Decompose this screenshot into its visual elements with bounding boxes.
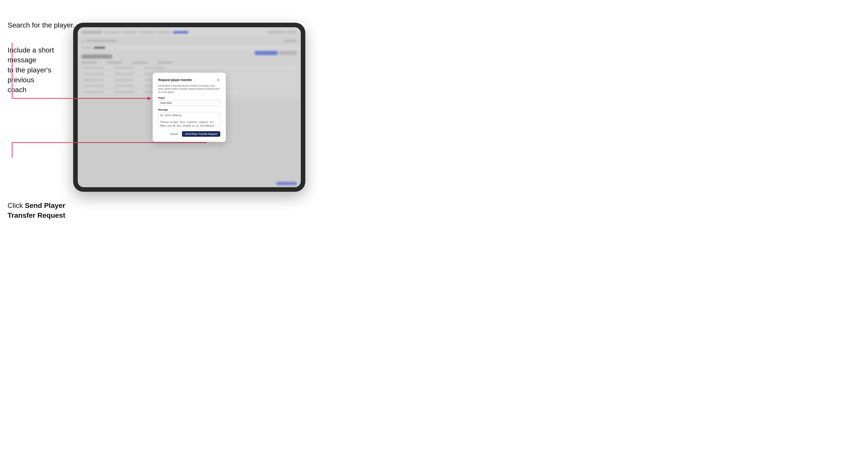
modal-description: If the player is transferring from anoth… xyxy=(158,84,220,94)
player-search-input[interactable] xyxy=(158,100,220,106)
transfer-request-modal: Request player transfer ✕ If the player … xyxy=(153,73,226,142)
tablet-screen: Request player transfer ✕ If the player … xyxy=(78,27,301,187)
modal-close-button[interactable]: ✕ xyxy=(216,78,220,82)
message-field-label: Message xyxy=(158,108,220,111)
modal-header: Request player transfer ✕ xyxy=(158,78,220,82)
cancel-button[interactable]: Cancel xyxy=(168,132,180,136)
step1-annotation: Search for the player. xyxy=(7,20,76,30)
send-transfer-request-button[interactable]: Send Player Transfer Request xyxy=(182,131,220,137)
step3-annotation: Click Send Player Transfer Request xyxy=(7,200,76,220)
step2-annotation: Include a short message to the player's … xyxy=(7,45,76,95)
modal-title: Request player transfer xyxy=(158,78,192,82)
player-field-label: Player xyxy=(158,97,220,99)
tablet-device: Request player transfer ✕ If the player … xyxy=(73,23,305,192)
modal-overlay: Request player transfer ✕ If the player … xyxy=(78,27,301,187)
annotations-area: Search for the player. Include a short m… xyxy=(7,20,76,220)
modal-footer: Cancel Send Player Transfer Request xyxy=(158,131,220,137)
message-textarea[interactable]: Hi Coach McHarg, Please accept this tran… xyxy=(158,112,220,127)
